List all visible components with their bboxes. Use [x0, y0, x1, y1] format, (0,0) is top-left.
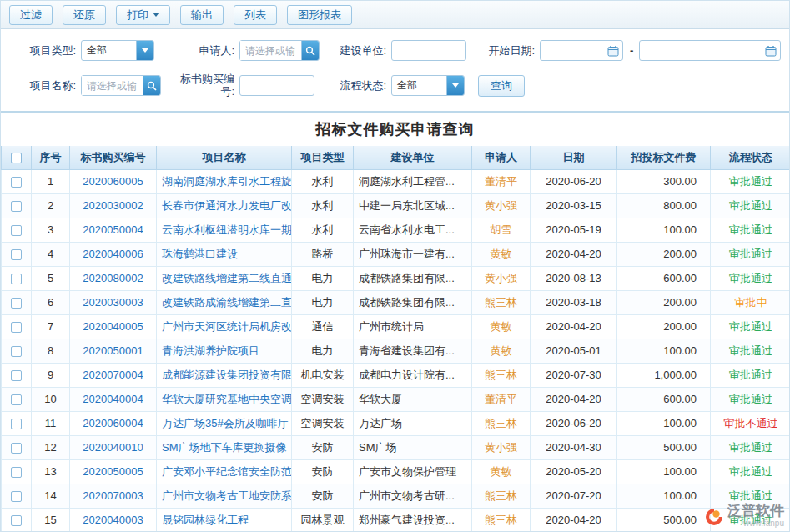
row-status: 审批通过 [711, 508, 790, 532]
row-project-type: 安防 [292, 459, 354, 484]
row-checkbox[interactable] [11, 274, 22, 284]
project-name-link[interactable]: 广安邓小平纪念馆安全防范 [162, 465, 292, 478]
end-date-input[interactable] [639, 40, 781, 61]
header-date: 日期 [531, 146, 617, 169]
row-checkbox[interactable] [11, 249, 22, 260]
project-name-link[interactable]: 湖南洞庭湖水库引水工程旋 [162, 175, 292, 188]
export-button[interactable]: 输出 [180, 5, 224, 25]
row-bid-no-cell: 2020040004 [70, 387, 157, 411]
bid-no-link[interactable]: 2020070004 [83, 369, 143, 381]
list-button-label: 列表 [244, 9, 266, 21]
row-checkbox[interactable] [11, 201, 22, 212]
row-status: 审批不通过 [711, 411, 790, 435]
row-bid-no-cell: 2020080002 [70, 266, 157, 290]
filter-button[interactable]: 过滤 [9, 5, 53, 25]
row-bid-no-cell: 2020040006 [70, 242, 157, 266]
row-applicant: 董清平 [472, 169, 531, 193]
header-seq: 序号 [32, 146, 70, 169]
select-all-checkbox[interactable] [11, 153, 22, 163]
project-name-link[interactable]: 改建铁路成渝线增建第二直 [162, 296, 292, 309]
row-applicant: 董清平 [472, 387, 531, 411]
project-name-link[interactable]: 珠海鹤港口建设 [162, 248, 238, 260]
table-row: 11 2020060004 万达广场35#会所及咖啡厅 空调安装 万达广场 熊三… [2, 411, 790, 435]
bid-no-link[interactable]: 2020070003 [83, 489, 143, 502]
project-name-link[interactable]: SM广场地下车库更换摄像 [162, 441, 287, 454]
bid-no-link[interactable]: 2020060004 [83, 417, 143, 429]
row-project-name-cell: 华软大厦研究基地中央空调 [157, 387, 292, 411]
row-checkbox[interactable] [11, 298, 22, 309]
bid-no-link[interactable]: 2020050001 [83, 344, 143, 357]
row-date: 2020-05-20 [531, 459, 617, 484]
start-date-input[interactable] [540, 40, 623, 61]
row-checkbox[interactable] [11, 467, 22, 478]
graph-report-button[interactable]: 图形报表 [287, 5, 352, 25]
row-project-name-cell: 广州市文物考古工地安防系 [157, 484, 292, 508]
bid-no-link[interactable]: 2020050005 [83, 465, 143, 478]
row-seq: 9 [32, 363, 70, 387]
row-fee: 100.00 [617, 339, 711, 363]
project-name-input[interactable] [82, 76, 143, 95]
construction-unit-label: 建设单位: [335, 44, 386, 57]
row-applicant: 胡雪 [472, 218, 531, 242]
row-unit: 万达广场 [354, 411, 472, 435]
bid-no-link[interactable]: 2020030002 [83, 199, 143, 212]
row-status: 审批通过 [711, 339, 790, 363]
header-bid-no: 标书购买编号 [70, 146, 157, 169]
header-status: 流程状态 [711, 146, 790, 169]
bid-no-link[interactable]: 2020030003 [83, 296, 143, 309]
bid-no-link[interactable]: 2020040005 [83, 320, 143, 333]
row-applicant: 熊三林 [472, 290, 531, 314]
row-checkbox[interactable] [11, 370, 22, 381]
applicant-input[interactable] [240, 41, 301, 60]
project-type-label: 项目类型: [19, 44, 76, 57]
row-checkbox[interactable] [11, 177, 22, 188]
bid-no-link[interactable]: 2020040003 [83, 514, 143, 526]
bid-purchase-no-input[interactable] [239, 75, 314, 96]
row-applicant: 黄敏 [472, 339, 531, 363]
restore-button[interactable]: 还原 [63, 5, 106, 25]
row-checkbox-cell [2, 266, 32, 290]
search-icon[interactable] [301, 41, 319, 60]
project-name-link[interactable]: 云南水利枢纽潜明水库一期 [162, 223, 292, 236]
row-status: 审批通过 [711, 314, 790, 339]
bid-no-link[interactable]: 2020080002 [83, 272, 143, 284]
project-name-link[interactable]: 成都能源建设集团投资有限 [162, 369, 292, 381]
row-checkbox[interactable] [11, 491, 22, 502]
bid-no-link[interactable]: 2020040004 [83, 393, 143, 405]
flow-status-select[interactable]: 全部 [391, 75, 465, 96]
project-name-link[interactable]: 晟铭园林绿化工程 [162, 514, 249, 526]
results-table: 序号 标书购买编号 项目名称 项目类型 建设单位 申请人 日期 招投标文件费 流… [1, 146, 790, 532]
bid-no-link[interactable]: 2020050004 [83, 223, 143, 236]
bid-no-link[interactable]: 2020040006 [83, 248, 143, 260]
row-checkbox[interactable] [11, 419, 22, 429]
row-checkbox[interactable] [11, 443, 22, 454]
project-name-link[interactable]: 万达广场35#会所及咖啡厅 [162, 417, 289, 429]
list-button[interactable]: 列表 [234, 5, 277, 25]
row-checkbox[interactable] [11, 394, 22, 405]
applicant-label: 申请人: [183, 44, 234, 57]
row-seq: 14 [32, 484, 70, 508]
row-fee: 200.00 [617, 242, 711, 266]
row-checkbox[interactable] [11, 225, 22, 236]
bid-no-link[interactable]: 2020060005 [83, 175, 143, 188]
row-checkbox[interactable] [11, 346, 22, 357]
project-name-link[interactable]: 广州市文物考古工地安防系 [162, 489, 292, 502]
project-name-link[interactable]: 广州市天河区统计局机房改 [162, 320, 292, 333]
print-button[interactable]: 打印 [116, 5, 170, 25]
project-name-link[interactable]: 青海洪湖养护院项目 [162, 344, 259, 357]
search-icon[interactable] [143, 76, 160, 95]
row-checkbox-cell [2, 169, 32, 193]
row-checkbox[interactable] [11, 322, 22, 333]
row-status: 审批通过 [711, 459, 790, 484]
project-name-link[interactable]: 改建铁路线增建第二线直通 [162, 272, 292, 284]
row-checkbox[interactable] [11, 515, 22, 526]
row-date: 2020-04-30 [531, 435, 617, 459]
row-project-type: 路桥 [292, 242, 354, 266]
query-button[interactable]: 查询 [478, 75, 525, 97]
project-name-link[interactable]: 长春市伊通河水力发电厂改 [162, 199, 292, 212]
construction-unit-input[interactable] [391, 40, 466, 61]
project-type-select[interactable]: 全部 [81, 40, 154, 61]
bid-no-link[interactable]: 2020040010 [83, 441, 143, 454]
row-status: 审批通过 [711, 266, 790, 290]
project-name-link[interactable]: 华软大厦研究基地中央空调 [162, 393, 292, 405]
